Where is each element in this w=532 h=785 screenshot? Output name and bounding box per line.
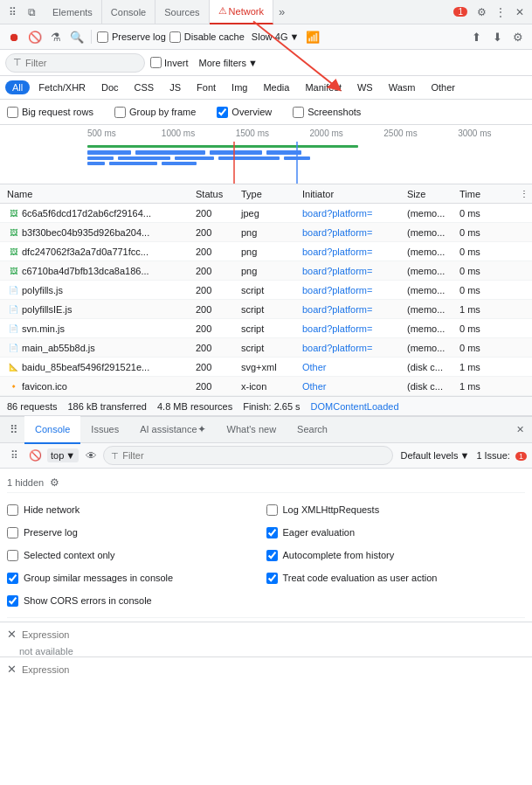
table-row[interactable]: 📐 baidu_85beaf5496f291521e... 200 svg+xm… <box>0 358 532 377</box>
tab-elements[interactable]: Elements <box>44 0 102 24</box>
initiator-cell[interactable]: Other <box>302 381 407 392</box>
col-type[interactable]: Type <box>241 189 302 199</box>
disable-cache-checkbox[interactable]: Disable cache <box>169 31 245 43</box>
type-pill-other[interactable]: Other <box>424 80 462 94</box>
export-icon[interactable]: ⬇ <box>488 28 506 45</box>
eye-icon[interactable]: 👁 <box>82 447 100 464</box>
table-row[interactable]: 📄 polyfills.js 200 script board?platform… <box>0 281 532 300</box>
tab-overflow[interactable]: » <box>273 5 290 18</box>
table-row[interactable]: 🔸 favicon.ico 200 x-icon Other (disk c..… <box>0 377 532 396</box>
big-request-rows-option[interactable]: Big request rows <box>7 107 93 118</box>
type-cell: png <box>241 266 302 276</box>
table-row[interactable]: 📄 main_ab55b8d.js 200 script board?platf… <box>0 338 532 358</box>
type-pill-font[interactable]: Font <box>190 80 223 94</box>
table-row[interactable]: 🖼 c6710ba4d7bfb13dca8a186... 200 png boa… <box>0 261 532 281</box>
initiator-cell[interactable]: board?platform= <box>302 247 407 257</box>
close-devtools-icon[interactable]: ✕ <box>511 3 529 21</box>
initiator-cell[interactable]: Other <box>302 362 407 372</box>
preserve-log-checkbox[interactable]: Preserve log <box>97 31 166 43</box>
timeline-area[interactable]: 500 ms 1000 ms 1500 ms 2000 ms 2500 ms 3… <box>0 125 532 184</box>
col-initiator[interactable]: Initiator <box>302 189 407 199</box>
context-selector[interactable]: top ▼ <box>47 448 79 462</box>
clear-button[interactable]: 🚫 <box>26 28 44 45</box>
settings-network-icon[interactable]: ⚙ <box>509 28 527 45</box>
table-row[interactable]: 📄 svn.min.js 200 script board?platform= … <box>0 319 532 338</box>
console-filter-wrap: ⊤ <box>103 446 393 465</box>
file-icon: 📄 <box>7 303 19 316</box>
console-filter-input[interactable] <box>122 450 385 461</box>
more-filters-button[interactable]: More filters ▼ <box>194 56 263 70</box>
expression-close-2[interactable]: ✕ <box>7 663 17 676</box>
table-row[interactable]: 🖼 6c6a5f6dcd17d2ab6cf29164... 200 jpeg b… <box>0 204 532 223</box>
selected-context-option[interactable]: Selected context only <box>7 550 266 561</box>
initiator-cell[interactable]: board?platform= <box>302 266 407 276</box>
show-cors-option[interactable]: Show CORS errors in console <box>7 595 525 607</box>
treat-code-eval-option[interactable]: Treat code evaluation as user action <box>266 573 526 584</box>
table-row[interactable]: 🖼 b3f30bec04b935d926ba204... 200 png boa… <box>0 223 532 242</box>
preserve-log-console-option[interactable]: Preserve log <box>7 527 266 538</box>
import-icon[interactable]: ⬆ <box>467 28 485 45</box>
autocomplete-history-option[interactable]: Autocomplete from history <box>266 550 526 561</box>
type-pill-all[interactable]: All <box>5 80 30 94</box>
type-pill-media[interactable]: Media <box>256 80 296 94</box>
bottom-tab-console[interactable]: Console <box>24 416 80 444</box>
size-cell: (memo... <box>407 343 459 353</box>
bottom-tab-ai[interactable]: AI assistance ✦ <box>129 416 216 444</box>
hide-network-option[interactable]: Hide network <box>7 504 266 516</box>
expression-close-1[interactable]: ✕ <box>7 628 17 641</box>
table-row[interactable]: 📄 polyfillsIE.js 200 script board?platfo… <box>0 300 532 319</box>
initiator-cell[interactable]: board?platform= <box>302 208 407 219</box>
tab-console[interactable]: Console <box>102 0 155 24</box>
dock-icon[interactable]: ⧉ <box>23 3 40 21</box>
bottom-tab-whats-new[interactable]: What's new <box>217 416 287 444</box>
search-icon[interactable]: 🔍 <box>68 28 86 45</box>
invert-checkbox[interactable]: Invert <box>150 57 189 68</box>
overview-option[interactable]: Overview <box>217 107 272 118</box>
throttle-selector[interactable]: Slow 4G ▼ <box>248 30 302 44</box>
col-time[interactable]: Time <box>459 189 500 199</box>
bottom-menu-icon[interactable]: ⠿ <box>3 420 24 441</box>
devtools-menu-icon[interactable]: ⠿ <box>3 3 21 21</box>
bottom-close-icon[interactable]: ✕ <box>511 421 529 439</box>
type-pill-fetch-xhr[interactable]: Fetch/XHR <box>31 80 93 94</box>
filter-input[interactable] <box>25 58 137 68</box>
type-pill-js[interactable]: JS <box>162 80 188 94</box>
type-pill-css[interactable]: CSS <box>128 80 162 94</box>
default-levels-button[interactable]: Default levels ▼ <box>397 448 473 462</box>
record-button[interactable]: ⏺ <box>5 28 23 45</box>
type-pill-img[interactable]: Img <box>225 80 254 94</box>
settings-gear-icon[interactable]: ⚙ <box>47 476 61 490</box>
expression-input-2[interactable] <box>22 664 525 675</box>
eager-eval-option[interactable]: Eager evaluation <box>266 527 526 538</box>
initiator-cell[interactable]: board?platform= <box>302 304 407 315</box>
type-pill-manifest[interactable]: Manifest <box>298 80 349 94</box>
time-cell: 0 ms <box>459 227 500 238</box>
screenshots-option[interactable]: Screenshots <box>293 107 361 118</box>
log-xml-option[interactable]: Log XMLHttpRequests <box>266 504 526 516</box>
more-options-icon[interactable]: ⋮ <box>492 3 509 21</box>
group-similar-option[interactable]: Group similar messages in console <box>7 573 266 584</box>
type-pill-wasm[interactable]: Wasm <box>382 80 423 94</box>
svg-rect-6 <box>118 156 170 160</box>
col-status[interactable]: Status <box>196 189 241 199</box>
initiator-cell[interactable]: board?platform= <box>302 285 407 295</box>
type-pill-doc[interactable]: Doc <box>94 80 126 94</box>
group-by-frame-option[interactable]: Group by frame <box>114 107 196 118</box>
col-name[interactable]: Name <box>3 189 196 199</box>
expression-input-1[interactable] <box>22 629 525 640</box>
type-pill-ws[interactable]: WS <box>350 80 380 94</box>
tab-sources[interactable]: Sources <box>155 0 209 24</box>
filter-icon[interactable]: ⚗ <box>47 28 65 45</box>
tab-network[interactable]: ⚠ Network <box>210 0 273 24</box>
initiator-cell[interactable]: board?platform= <box>302 343 407 353</box>
col-size[interactable]: Size <box>407 189 459 199</box>
bottom-tab-issues[interactable]: Issues <box>80 416 129 444</box>
initiator-cell[interactable]: board?platform= <box>302 227 407 238</box>
initiator-cell[interactable]: board?platform= <box>302 323 407 334</box>
settings-icon[interactable]: ⚙ <box>473 3 490 21</box>
console-clear-icon[interactable]: 🚫 <box>26 447 44 464</box>
table-row[interactable]: 🖼 dfc247062f3a2a7d0a771fcc... 200 png bo… <box>0 242 532 261</box>
console-menu-icon[interactable]: ⠿ <box>5 447 23 464</box>
name-cell: 📄 svn.min.js <box>3 323 196 335</box>
bottom-tab-search[interactable]: Search <box>287 416 338 444</box>
